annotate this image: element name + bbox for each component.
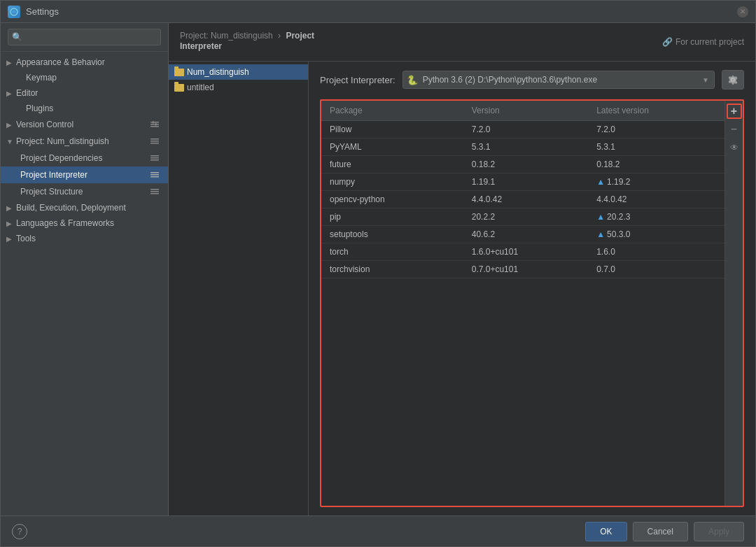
svg-rect-14 <box>150 176 159 178</box>
package-name: pip <box>321 208 463 226</box>
for-current-project: 🔗 For current project <box>662 37 744 47</box>
settings-window: Settings ✕ 🔍 ▶ Appearance & Behavior <box>0 0 756 547</box>
bottom-bar: ? OK Cancel Apply <box>1 516 755 546</box>
package-version: 1.6.0+cu101 <box>463 243 588 261</box>
panel-header: Project: Num_distinguish › Project Inter… <box>169 23 755 62</box>
sidebar-item-plugins[interactable]: Plugins <box>1 101 168 116</box>
svg-rect-1 <box>150 122 159 123</box>
arrow-icon: ▶ <box>6 220 16 227</box>
svg-rect-17 <box>150 193 159 194</box>
package-version: 5.3.1 <box>463 138 588 156</box>
sidebar-item-appearance[interactable]: ▶ Appearance & Behavior <box>1 55 168 70</box>
sidebar-item-keymap[interactable]: Keymap <box>1 70 168 85</box>
package-latest: ▲1.19.2 <box>588 173 724 191</box>
svg-rect-2 <box>150 124 159 125</box>
table-row[interactable]: torchvision0.7.0+cu1010.7.0 <box>321 261 724 278</box>
for-current-project-label: For current project <box>676 37 744 47</box>
package-latest: ▲20.2.3 <box>588 208 724 226</box>
upgrade-arrow-icon: ▲ <box>596 229 605 239</box>
remove-package-button[interactable]: − <box>727 122 742 137</box>
close-button[interactable]: ✕ <box>737 6 748 17</box>
package-name: torch <box>321 243 463 261</box>
sidebar-item-label: Keymap <box>26 73 161 83</box>
package-name: numpy <box>321 173 463 191</box>
settings-icon2 <box>150 152 161 164</box>
settings-icon <box>150 119 161 130</box>
table-row[interactable]: opencv-python4.4.0.424.4.0.42 <box>321 191 724 208</box>
package-name: future <box>321 156 463 173</box>
table-row[interactable]: pip20.2.2▲20.2.3 <box>321 208 724 226</box>
interpreter-label: Project Interpreter: <box>320 75 396 85</box>
sidebar-item-build[interactable]: ▶ Build, Execution, Deployment <box>1 200 168 215</box>
project-item-num-distinguish[interactable]: Num_distinguish <box>169 64 308 80</box>
packages-table: Package Version Latest version Pillow7.2… <box>321 101 724 278</box>
packages-table-wrapper[interactable]: Package Version Latest version Pillow7.2… <box>321 101 724 506</box>
table-row[interactable]: setuptools40.6.2▲50.3.0 <box>321 226 724 243</box>
bottom-buttons: OK Cancel Apply <box>585 522 744 541</box>
package-latest: ▲50.3.0 <box>588 226 724 243</box>
table-row[interactable]: numpy1.19.1▲1.19.2 <box>321 173 724 191</box>
settings-icon3 <box>150 169 161 180</box>
upgrade-package-button[interactable]: 👁 <box>727 140 742 155</box>
window-title: Settings <box>26 6 737 17</box>
sidebar-item-version-control[interactable]: ▶ Version Control <box>1 116 168 133</box>
cancel-button[interactable]: Cancel <box>633 522 688 541</box>
breadcrumb-sep: › <box>278 31 281 41</box>
nav-tree: ▶ Appearance & Behavior Keymap ▶ Editor … <box>1 52 168 516</box>
svg-rect-9 <box>150 155 159 157</box>
upgrade-arrow-icon: ▲ <box>596 177 605 187</box>
svg-rect-6 <box>150 138 159 140</box>
breadcrumb-project: Project: Num_distinguish <box>180 31 273 41</box>
svg-rect-7 <box>150 141 159 142</box>
minus-icon: − <box>731 123 737 136</box>
package-version: 1.19.1 <box>463 173 588 191</box>
col-latest: Latest version <box>588 101 724 121</box>
chevron-down-icon: ▼ <box>702 76 709 84</box>
svg-rect-16 <box>150 191 159 192</box>
package-name: Pillow <box>321 121 463 138</box>
project-item-untitled[interactable]: untitled <box>169 80 308 95</box>
arrow-icon: ▶ <box>6 121 16 129</box>
svg-rect-12 <box>150 172 159 173</box>
svg-rect-11 <box>150 159 159 161</box>
arrow-icon: ▶ <box>6 59 16 66</box>
table-row[interactable]: future0.18.20.18.2 <box>321 156 724 173</box>
package-version: 0.7.0+cu101 <box>463 261 588 278</box>
svg-rect-5 <box>155 123 157 126</box>
search-box: 🔍 <box>1 23 168 52</box>
package-latest: 4.4.0.42 <box>588 191 724 208</box>
sidebar-item-label: Project Interpreter <box>20 170 147 180</box>
package-version: 40.6.2 <box>463 226 588 243</box>
sidebar-item-label: Appearance & Behavior <box>16 57 161 67</box>
arrow-icon: ▶ <box>6 90 16 97</box>
plus-icon: + <box>731 106 737 117</box>
ok-button[interactable]: OK <box>585 522 626 541</box>
svg-rect-10 <box>150 157 159 159</box>
package-latest: 7.2.0 <box>588 121 724 138</box>
sidebar-item-languages[interactable]: ▶ Languages & Frameworks <box>1 215 168 231</box>
package-version: 20.2.2 <box>463 208 588 226</box>
interpreter-select-wrapper: 🐍 Python 3.6 (2) D:\Python\python3.6\pyt… <box>402 71 715 89</box>
sidebar-item-editor[interactable]: ▶ Editor <box>1 85 168 101</box>
table-row[interactable]: torch1.6.0+cu1011.6.0 <box>321 243 724 261</box>
help-button[interactable]: ? <box>12 524 27 539</box>
add-package-button[interactable]: + <box>727 104 742 119</box>
sidebar-item-project-deps[interactable]: Project Dependencies <box>1 150 168 166</box>
table-row[interactable]: Pillow7.2.07.2.0 <box>321 121 724 138</box>
apply-button[interactable]: Apply <box>694 522 744 541</box>
sidebar-item-project-interpreter[interactable]: Project Interpreter <box>1 166 168 183</box>
package-version: 7.2.0 <box>463 121 588 138</box>
arrow-icon: ▶ <box>6 204 16 212</box>
main-content: 🔍 ▶ Appearance & Behavior Keymap ▶ <box>1 23 755 516</box>
package-name: opencv-python <box>321 191 463 208</box>
svg-rect-4 <box>153 121 154 124</box>
search-input[interactable] <box>8 29 161 45</box>
interpreter-gear-button[interactable] <box>722 70 744 90</box>
interpreter-select[interactable]: Python 3.6 (2) D:\Python\python3.6\pytho… <box>402 71 715 89</box>
sidebar-item-project-structure[interactable]: Project Structure <box>1 183 168 200</box>
table-row[interactable]: PyYAML5.3.15.3.1 <box>321 138 724 156</box>
sidebar-item-project[interactable]: ▼ Project: Num_distinguish <box>1 133 168 150</box>
sidebar-item-label: Languages & Frameworks <box>16 218 161 228</box>
sidebar-item-tools[interactable]: ▶ Tools <box>1 231 168 246</box>
svg-rect-13 <box>150 174 159 176</box>
